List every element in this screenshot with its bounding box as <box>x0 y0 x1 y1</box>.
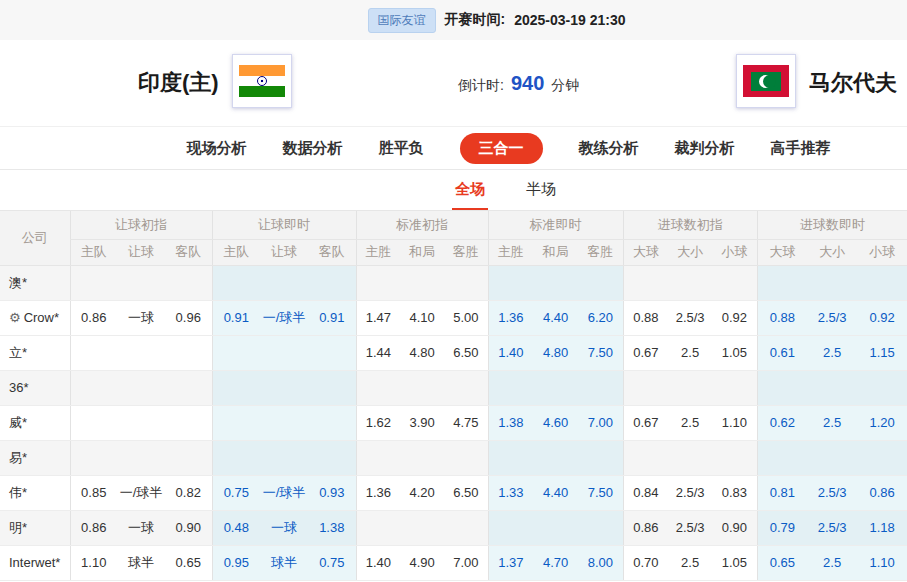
odds-cell: 一/球半 <box>117 475 165 510</box>
odds-cell <box>212 440 260 475</box>
league-badge[interactable]: 国际友谊 <box>368 8 436 33</box>
odds-cell <box>578 265 623 300</box>
odds-cell[interactable]: 1.37 <box>488 545 533 580</box>
odds-cell: 1.05 <box>712 545 757 580</box>
odds-cell[interactable]: 2.5 <box>807 545 857 580</box>
odds-cell[interactable]: 1.36 <box>488 300 533 335</box>
odds-cell[interactable]: 7.50 <box>578 335 623 370</box>
sub-column-header: 大球 <box>757 239 807 265</box>
odds-cell[interactable]: 0.92 <box>857 300 907 335</box>
odds-cell[interactable]: 2.5/3 <box>807 475 857 510</box>
odds-cell[interactable]: 2.5 <box>807 405 857 440</box>
odds-cell: 5.00 <box>444 300 488 335</box>
odds-cell[interactable]: 0.95 <box>212 545 260 580</box>
company-cell[interactable]: ⚙Crow* <box>0 300 70 335</box>
odds-cell[interactable]: 一/球半 <box>260 300 308 335</box>
odds-cell <box>533 265 578 300</box>
odds-cell[interactable]: 7.50 <box>578 475 623 510</box>
odds-cell: 0.90 <box>165 510 212 545</box>
company-cell[interactable]: 澳* <box>0 265 70 300</box>
sub-column-header: 大小 <box>668 239 712 265</box>
tab-data-analysis[interactable]: 数据分析 <box>283 139 343 158</box>
tab-coach-analysis[interactable]: 教练分析 <box>579 139 639 158</box>
odds-cell[interactable]: 2.5 <box>807 335 857 370</box>
tab-expert-picks[interactable]: 高手推荐 <box>771 139 831 158</box>
odds-cell[interactable]: 一球 <box>260 510 308 545</box>
odds-cell: 0.96 <box>165 300 212 335</box>
odds-cell <box>165 265 212 300</box>
odds-cell[interactable]: 0.48 <box>212 510 260 545</box>
odds-cell: 0.88 <box>623 300 668 335</box>
subtab-full-time[interactable]: 全场 <box>452 170 488 210</box>
odds-cell <box>578 440 623 475</box>
odds-cell[interactable]: 0.91 <box>308 300 356 335</box>
group-header: 让球即时 <box>212 211 356 239</box>
company-name: Crow* <box>24 310 59 325</box>
odds-cell[interactable]: 0.88 <box>757 300 807 335</box>
odds-cell[interactable]: 1.20 <box>857 405 907 440</box>
odds-cell[interactable]: 0.79 <box>757 510 807 545</box>
company-cell[interactable]: 威* <box>0 405 70 440</box>
company-cell[interactable]: 36* <box>0 370 70 405</box>
odds-cell[interactable]: 0.61 <box>757 335 807 370</box>
odds-cell <box>356 510 400 545</box>
odds-cell[interactable]: 1.33 <box>488 475 533 510</box>
company-cell[interactable]: Interwet* <box>0 545 70 580</box>
odds-cell[interactable]: 0.86 <box>857 475 907 510</box>
match-info-bar: 国际友谊 开赛时间: 2025-03-19 21:30 <box>0 0 907 40</box>
odds-cell[interactable]: 0.81 <box>757 475 807 510</box>
odds-cell: 4.80 <box>400 335 444 370</box>
tab-referee-analysis[interactable]: 裁判分析 <box>675 139 735 158</box>
odds-cell[interactable]: 0.75 <box>308 545 356 580</box>
tab-win-draw-lose[interactable]: 胜平负 <box>379 139 424 158</box>
odds-cell[interactable]: 0.65 <box>757 545 807 580</box>
subtab-half-time[interactable]: 半场 <box>523 170 559 210</box>
odds-cell: 0.82 <box>165 475 212 510</box>
odds-cell[interactable]: 1.38 <box>488 405 533 440</box>
period-subnav: 全场 半场 <box>0 170 907 211</box>
odds-cell[interactable]: 1.15 <box>857 335 907 370</box>
odds-cell[interactable]: 1.40 <box>488 335 533 370</box>
company-name: 伟* <box>9 485 27 500</box>
company-cell[interactable]: 明* <box>0 510 70 545</box>
odds-cell: 1.36 <box>356 475 400 510</box>
odds-cell[interactable]: 一/球半 <box>260 475 308 510</box>
odds-cell: 7.00 <box>444 545 488 580</box>
odds-cell <box>488 265 533 300</box>
tab-three-in-one[interactable]: 三合一 <box>460 133 543 164</box>
odds-cell[interactable]: 4.40 <box>533 300 578 335</box>
odds-cell <box>165 370 212 405</box>
odds-cell[interactable]: 4.40 <box>533 475 578 510</box>
company-cell[interactable]: 伟* <box>0 475 70 510</box>
odds-cell[interactable]: 0.91 <box>212 300 260 335</box>
odds-cell[interactable]: 4.60 <box>533 405 578 440</box>
maldives-flag-icon <box>743 65 789 97</box>
odds-cell[interactable]: 8.00 <box>578 545 623 580</box>
odds-cell <box>308 405 356 440</box>
odds-cell[interactable]: 0.93 <box>308 475 356 510</box>
odds-cell: 0.90 <box>712 510 757 545</box>
tab-live-analysis[interactable]: 现场分析 <box>187 139 247 158</box>
odds-cell[interactable]: 1.10 <box>857 545 907 580</box>
group-header: 标准即时 <box>488 211 623 239</box>
odds-cell: 0.67 <box>623 405 668 440</box>
odds-cell[interactable]: 球半 <box>260 545 308 580</box>
odds-cell[interactable]: 4.70 <box>533 545 578 580</box>
odds-cell <box>117 440 165 475</box>
odds-row: 明*0.86一球0.900.48一球1.380.862.5/30.900.792… <box>0 510 907 545</box>
odds-row: Interwet*1.10球半0.650.95球半0.751.404.907.0… <box>0 545 907 580</box>
odds-cell[interactable]: 0.62 <box>757 405 807 440</box>
odds-cell[interactable]: 0.75 <box>212 475 260 510</box>
odds-cell[interactable]: 2.5/3 <box>807 510 857 545</box>
odds-cell[interactable]: 7.00 <box>578 405 623 440</box>
odds-cell <box>308 370 356 405</box>
odds-cell[interactable]: 6.20 <box>578 300 623 335</box>
odds-cell <box>623 440 668 475</box>
odds-cell[interactable]: 1.38 <box>308 510 356 545</box>
company-cell[interactable]: 易* <box>0 440 70 475</box>
odds-cell[interactable]: 2.5/3 <box>807 300 857 335</box>
odds-cell <box>668 440 712 475</box>
odds-cell[interactable]: 1.18 <box>857 510 907 545</box>
odds-cell[interactable]: 4.80 <box>533 335 578 370</box>
company-cell[interactable]: 立* <box>0 335 70 370</box>
